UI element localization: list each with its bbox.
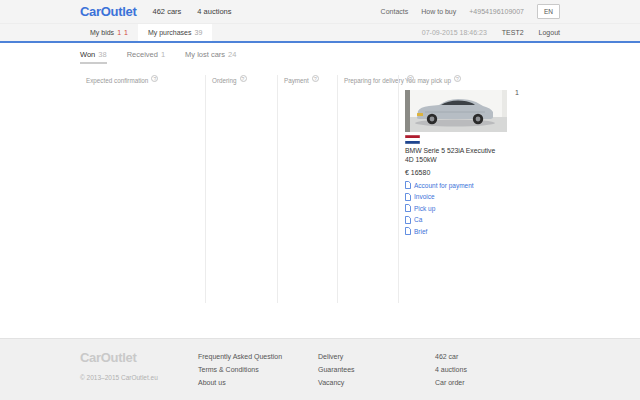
my-purchases-label: My purchases	[148, 29, 192, 36]
invoice-link[interactable]: Invoice	[405, 193, 509, 201]
document-icon	[405, 181, 411, 189]
username-link[interactable]: TEST2	[502, 29, 524, 36]
my-bids-badge: 1	[117, 29, 121, 36]
card-count-badge: 1	[515, 89, 519, 96]
copyright-text: © 2013–2015 CarOutlet.eu	[80, 374, 198, 381]
document-icon	[405, 204, 411, 212]
car-title[interactable]: BMW Serie 5 523iA Executive 4D 150kW	[405, 147, 509, 164]
document-icon	[405, 216, 411, 224]
contacts-link[interactable]: Contacts	[381, 8, 409, 15]
vacancy-link[interactable]: Vacancy	[318, 376, 435, 389]
lost-cars-count: 24	[228, 50, 236, 61]
auctions-count-link[interactable]: 4 auctions	[197, 7, 231, 16]
help-icon[interactable]: ?	[407, 75, 414, 82]
footer-column-catalog: 462 car 4 auctions Car order	[435, 350, 555, 400]
my-purchases-count: 39	[195, 29, 203, 36]
purchases-subtabs: Won 38 Received 1 My lost cars 24	[80, 43, 560, 64]
delivery-link[interactable]: Delivery	[318, 350, 435, 363]
column-preparing-for-delivery: Preparing for delivery?	[337, 75, 398, 303]
guarantees-link[interactable]: Guarantees	[318, 363, 435, 376]
footer-auctions-link[interactable]: 4 auctions	[435, 363, 555, 376]
won-count: 38	[98, 50, 106, 59]
help-icon[interactable]: ?	[312, 75, 319, 82]
column-you-may-pick-up: You may pick up? 1	[398, 75, 560, 303]
language-button[interactable]: EN	[537, 4, 560, 19]
footer-cars-link[interactable]: 462 car	[435, 350, 555, 363]
footer-column-services: Delivery Guarantees Vacancy	[318, 350, 435, 400]
logout-link[interactable]: Logout	[539, 29, 560, 36]
account-for-payment-link[interactable]: Account for payment	[405, 181, 509, 189]
column-expected-confirmation: Expected confirmation?	[80, 75, 205, 303]
footer-column-info: Frequently Asked Question Terms & Condit…	[198, 350, 318, 400]
netherlands-flag-icon	[405, 135, 420, 144]
my-bids-label: My bids	[90, 29, 114, 36]
subtab-my-lost-cars[interactable]: My lost cars 24	[185, 50, 236, 64]
document-icon	[405, 193, 411, 201]
help-icon[interactable]: ?	[454, 75, 461, 82]
received-count: 1	[161, 50, 165, 61]
subtab-received[interactable]: Received 1	[127, 50, 165, 64]
how-to-buy-link[interactable]: How to buy	[421, 8, 456, 15]
faq-link[interactable]: Frequently Asked Question	[198, 350, 318, 363]
subtab-won[interactable]: Won 38	[80, 50, 107, 64]
page-footer: CarOutlet © 2013–2015 CarOutlet.eu Frequ…	[0, 338, 640, 400]
car-card: 1	[405, 90, 509, 235]
footer-logo: CarOutlet	[80, 350, 198, 365]
caroutlet-logo[interactable]: CarOutlet	[80, 4, 137, 19]
phone-number: +4954196109007	[469, 8, 524, 15]
tab-my-purchases[interactable]: My purchases 39	[138, 24, 212, 41]
about-us-link[interactable]: About us	[198, 376, 318, 389]
car-photo[interactable]	[405, 90, 507, 132]
column-ordering: Ordering?	[205, 75, 277, 303]
car-order-link[interactable]: Car order	[435, 376, 555, 389]
cars-count-link[interactable]: 462 cars	[153, 7, 182, 16]
pick-up-link[interactable]: Pick up	[405, 204, 509, 212]
brief-link[interactable]: Brief	[405, 227, 509, 235]
document-links: Account for payment Invoice Pick up	[405, 181, 509, 235]
current-datetime: 07-09-2015 18:46:23	[422, 29, 487, 36]
column-payment: Payment?	[277, 75, 337, 303]
tab-my-bids[interactable]: My bids 1 1	[80, 24, 138, 41]
main-content: Won 38 Received 1 My lost cars 24 Expect…	[0, 43, 640, 338]
help-icon[interactable]: ?	[151, 75, 158, 82]
document-icon	[405, 227, 411, 235]
my-bids-badge-2: 1	[124, 29, 128, 36]
user-tabs-bar: My bids 1 1 My purchases 39 07-09-2015 1…	[0, 24, 640, 41]
car-price: € 16580	[405, 169, 509, 176]
terms-link[interactable]: Terms & Conditions	[198, 363, 318, 376]
ca-document-link[interactable]: Ca	[405, 216, 509, 224]
top-header-bar: CarOutlet 462 cars 4 auctions Contacts H…	[0, 0, 640, 24]
help-icon[interactable]: ?	[240, 75, 247, 82]
purchase-stages-board: Expected confirmation? Ordering? Payment…	[80, 75, 560, 303]
